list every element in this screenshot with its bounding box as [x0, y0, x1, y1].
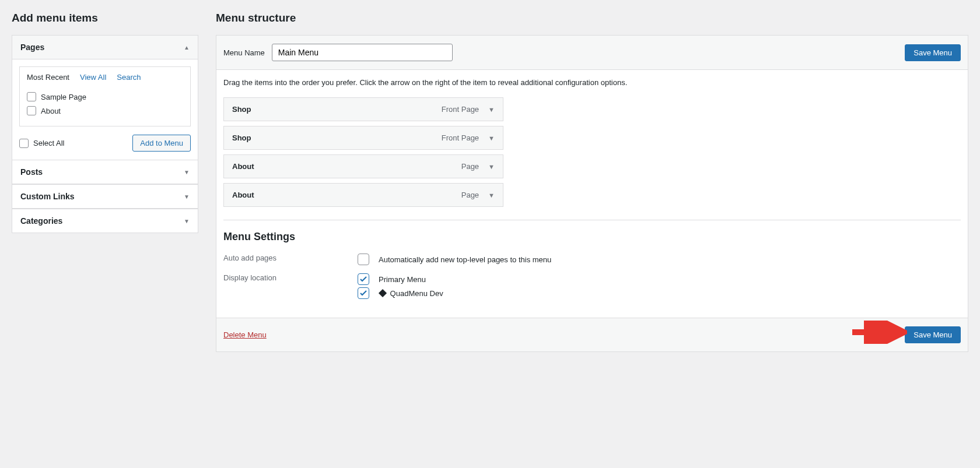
checkbox-auto-add-pages[interactable] — [358, 254, 369, 265]
annotation-arrow-save — [849, 321, 907, 344]
page-item-label: Sample Page — [41, 93, 86, 101]
menu-item-type: Front Page — [442, 105, 479, 114]
menu-item-type: Page — [461, 191, 479, 199]
menu-item-title: Shop — [232, 105, 251, 114]
chevron-down-icon[interactable]: ▼ — [488, 135, 495, 142]
tab-view-all[interactable]: View All — [80, 73, 106, 82]
page-item-label: About — [41, 107, 61, 115]
chevron-down-icon[interactable]: ▼ — [488, 163, 495, 170]
location-label: Primary Menu — [379, 275, 426, 284]
accordion-label: Categories — [20, 216, 62, 226]
location-label: QuadMenu Dev — [379, 289, 443, 298]
checkbox-location[interactable] — [358, 273, 369, 285]
save-menu-button-bottom[interactable]: Save Menu — [905, 326, 961, 343]
chevron-down-icon[interactable]: ▼ — [488, 192, 495, 199]
select-all-label: Select All — [33, 139, 64, 147]
save-menu-button-top[interactable]: Save Menu — [905, 44, 961, 61]
menu-item-type: Front Page — [442, 133, 479, 142]
pages-accordion-header[interactable]: Pages ▲ — [12, 36, 198, 59]
checkbox-select-all[interactable] — [19, 139, 29, 148]
posts-accordion-header[interactable]: Posts ▼ — [12, 160, 198, 184]
custom-links-accordion-header[interactable]: Custom Links ▼ — [12, 184, 198, 209]
display-location-label: Display location — [223, 272, 358, 282]
tab-most-recent[interactable]: Most Recent — [27, 73, 69, 82]
menu-item-row[interactable]: AboutPage▼ — [223, 183, 503, 207]
delete-menu-link[interactable]: Delete Menu — [223, 330, 267, 339]
chevron-down-icon: ▼ — [184, 218, 190, 224]
chevron-up-icon: ▲ — [184, 44, 190, 51]
chevron-down-icon[interactable]: ▼ — [488, 106, 495, 113]
menu-name-label: Menu Name — [223, 48, 265, 57]
menu-name-input[interactable] — [272, 44, 453, 61]
menu-settings-title: Menu Settings — [223, 231, 961, 243]
drag-hint: Drag the items into the order you prefer… — [223, 78, 961, 87]
menu-item-title: Shop — [232, 133, 251, 142]
diamond-icon — [379, 288, 387, 297]
divider — [223, 220, 961, 220]
categories-accordion-header[interactable]: Categories ▼ — [12, 209, 198, 233]
accordion-label: Posts — [20, 167, 43, 177]
menu-item-row[interactable]: AboutPage▼ — [223, 154, 503, 178]
auto-add-pages-label: Auto add pages — [223, 252, 358, 262]
chevron-down-icon: ▼ — [184, 169, 190, 175]
menu-item-title: About — [232, 162, 254, 171]
chevron-down-icon: ▼ — [184, 193, 190, 200]
auto-add-text: Automatically add new top-level pages to… — [379, 255, 551, 264]
menu-item-title: About — [232, 191, 254, 199]
checkbox-location[interactable] — [358, 287, 369, 299]
add-menu-items-title: Add menu items — [12, 12, 198, 24]
add-to-menu-button[interactable]: Add to Menu — [132, 135, 191, 152]
tab-search[interactable]: Search — [117, 73, 141, 82]
menu-structure-title: Menu structure — [216, 12, 968, 24]
checkbox-sample-page[interactable] — [27, 92, 36, 101]
menu-item-row[interactable]: ShopFront Page▼ — [223, 97, 503, 121]
accordion-label: Custom Links — [20, 192, 75, 201]
checkbox-about[interactable] — [27, 106, 36, 115]
menu-item-type: Page — [461, 162, 479, 171]
pages-accordion-label: Pages — [20, 43, 44, 52]
menu-item-row[interactable]: ShopFront Page▼ — [223, 126, 503, 150]
